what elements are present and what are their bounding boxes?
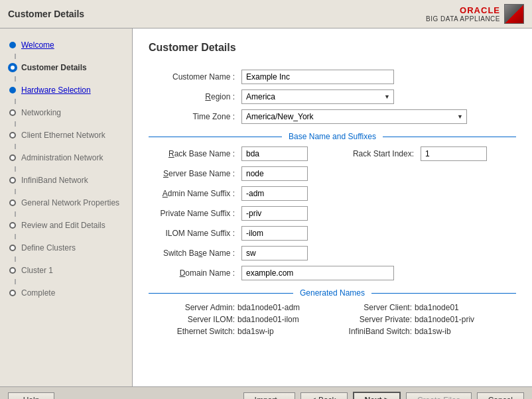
rack-start-index-col: Rack Start Index:: [334, 146, 487, 161]
sidebar-connector-3: [15, 99, 16, 104]
step-dot-infiniband: [9, 177, 16, 184]
switch-base-name-input[interactable]: [241, 246, 308, 260]
base-name-section-divider: Base Name and Suffixes: [149, 132, 516, 141]
private-name-suffix-input[interactable]: [241, 206, 308, 221]
customer-name-label: Customer Name :: [149, 72, 241, 82]
sidebar-connector-4: [15, 121, 16, 127]
oracle-subtitle: BIG DATA APPLIANCE: [426, 15, 500, 23]
server-admin-row: Server Admin: bda1node01-adm: [162, 303, 326, 312]
cancel-button[interactable]: Cancel: [477, 392, 524, 400]
sidebar-item-general-network: General Network Properties: [5, 194, 127, 211]
sidebar-item-admin-network: Administration Network: [5, 149, 127, 166]
region-row: Region : America: [149, 89, 516, 104]
ilom-name-suffix-row: ILOM Name Suffix :: [149, 226, 516, 241]
generated-names-section-label: Generated Names: [293, 288, 371, 298]
timezone-row: Time Zone : America/New_York: [149, 109, 516, 124]
sidebar-connector-5: [15, 144, 16, 149]
timezone-select-wrapper: America/New_York: [241, 109, 467, 124]
page-title: Customer Details: [149, 42, 516, 59]
back-button[interactable]: < Back: [300, 392, 348, 400]
infiniband-switch-label: InfiniBand Switch:: [339, 327, 412, 336]
step-dot-general-network: [9, 200, 16, 206]
window-title: Customer Details: [8, 9, 84, 19]
rack-base-col: Rack Base Name :: [149, 146, 308, 161]
rack-base-name-input[interactable]: [241, 146, 308, 161]
sidebar-item-complete: Complete: [5, 284, 127, 302]
generated-names-grid: Server Admin: bda1node01-adm Server Clie…: [149, 303, 516, 336]
next-button[interactable]: Next >: [353, 392, 401, 400]
region-select[interactable]: America: [241, 89, 394, 104]
private-name-suffix-label: Private Name Suffix :: [149, 209, 241, 218]
switch-base-name-label: Switch Base Name :: [149, 249, 241, 258]
sidebar-connector: [15, 54, 16, 59]
rack-base-name-label: Rack Base Name :: [149, 149, 241, 158]
sidebar-connector-2: [15, 76, 16, 82]
server-base-name-row: Server Base Name :: [149, 166, 516, 181]
ethernet-switch-row: Ethernet Switch: bda1sw-ip: [162, 327, 326, 336]
content-area: Customer Details Customer Name : Region …: [133, 28, 532, 386]
ethernet-switch-label: Ethernet Switch:: [162, 327, 235, 336]
server-private-value: bda1node01-priv: [415, 315, 474, 324]
sidebar-connector-9: [15, 234, 16, 239]
bottom-bar: Help Import... < Back Next > Create File…: [0, 386, 532, 399]
sidebar-item-welcome[interactable]: Welcome: [5, 36, 127, 54]
rack-row: Rack Base Name : Rack Start Index:: [149, 146, 516, 161]
bottom-bar-left: Help: [8, 392, 238, 400]
step-dot-complete: [9, 290, 16, 296]
server-client-value: bda1node01: [415, 303, 459, 312]
step-dot-admin-network: [9, 154, 16, 161]
create-files-button: Create Files: [406, 392, 472, 400]
oracle-logo: ORACLE BIG DATA APPLIANCE: [426, 4, 524, 24]
customer-name-input[interactable]: [241, 70, 394, 84]
rack-start-index-label: Rack Start Index:: [334, 149, 421, 158]
sidebar-item-define-clusters: Define Clusters: [5, 239, 127, 256]
timezone-select[interactable]: America/New_York: [241, 109, 467, 124]
server-client-label: Server Client:: [339, 303, 412, 312]
infiniband-switch-row: InfiniBand Switch: bda1sw-ib: [339, 327, 503, 336]
sidebar-connector-11: [15, 279, 16, 284]
step-dot-customer-details: [9, 64, 16, 71]
rack-start-index-input[interactable]: [421, 146, 487, 161]
generated-names-section-divider: Generated Names: [149, 288, 516, 298]
server-base-name-input[interactable]: [241, 166, 308, 181]
main-container: Welcome Customer Details Hardware Select…: [0, 28, 532, 386]
step-dot-review: [9, 222, 16, 229]
server-private-label: Server Private:: [339, 315, 412, 324]
switch-base-name-row: Switch Base Name :: [149, 246, 516, 260]
server-base-name-label: Server Base Name :: [149, 169, 241, 178]
sidebar-item-hardware-selection[interactable]: Hardware Selection: [5, 82, 127, 99]
sidebar-item-networking: Networking: [5, 104, 127, 121]
step-dot-hardware: [9, 87, 16, 93]
domain-name-label: Domain Name :: [149, 268, 241, 278]
admin-name-suffix-input[interactable]: [241, 186, 308, 201]
import-button[interactable]: Import...: [243, 392, 295, 400]
help-button[interactable]: Help: [8, 392, 54, 400]
sidebar-connector-8: [15, 211, 16, 217]
ethernet-switch-value: bda1sw-ip: [237, 327, 274, 336]
step-dot-cluster1: [9, 267, 16, 274]
customer-name-row: Customer Name :: [149, 70, 516, 84]
server-client-row: Server Client: bda1node01: [339, 303, 503, 312]
sidebar: Welcome Customer Details Hardware Select…: [0, 28, 133, 386]
sidebar-item-cluster1: Cluster 1: [5, 262, 127, 279]
step-dot-welcome: [9, 42, 16, 48]
sidebar-item-review: Review and Edit Details: [5, 217, 127, 234]
sidebar-item-customer-details: Customer Details: [5, 59, 127, 76]
ilom-name-suffix-label: ILOM Name Suffix :: [149, 229, 241, 238]
domain-name-input[interactable]: [241, 266, 394, 280]
server-ilom-label: Server ILOM:: [162, 315, 235, 324]
private-name-suffix-row: Private Name Suffix :: [149, 206, 516, 221]
title-bar: Customer Details ORACLE BIG DATA APPLIAN…: [0, 0, 532, 28]
ilom-name-suffix-input[interactable]: [241, 226, 308, 241]
sidebar-connector-7: [15, 189, 16, 194]
domain-name-row: Domain Name :: [149, 266, 516, 280]
infiniband-switch-value: bda1sw-ib: [415, 327, 451, 336]
timezone-label: Time Zone :: [149, 112, 241, 121]
server-private-row: Server Private: bda1node01-priv: [339, 315, 503, 324]
step-dot-client-ethernet: [9, 132, 16, 139]
oracle-server-icon: [504, 4, 524, 24]
bottom-bar-right: Import... < Back Next > Create Files Can…: [243, 392, 524, 400]
server-admin-value: bda1node01-adm: [237, 303, 300, 312]
sidebar-item-client-ethernet: Client Ethernet Network: [5, 127, 127, 144]
step-dot-networking: [9, 109, 16, 116]
